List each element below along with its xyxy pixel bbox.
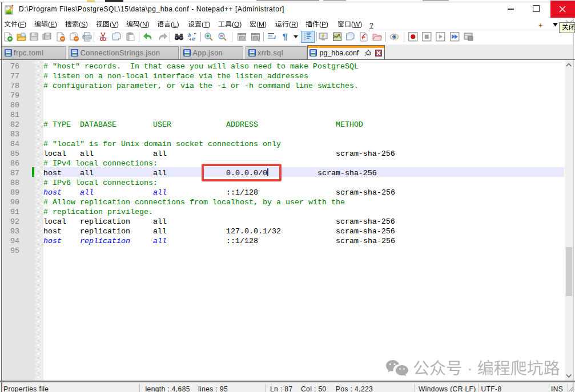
svg-text:a: a	[192, 35, 195, 42]
svg-text:b: b	[188, 32, 191, 38]
